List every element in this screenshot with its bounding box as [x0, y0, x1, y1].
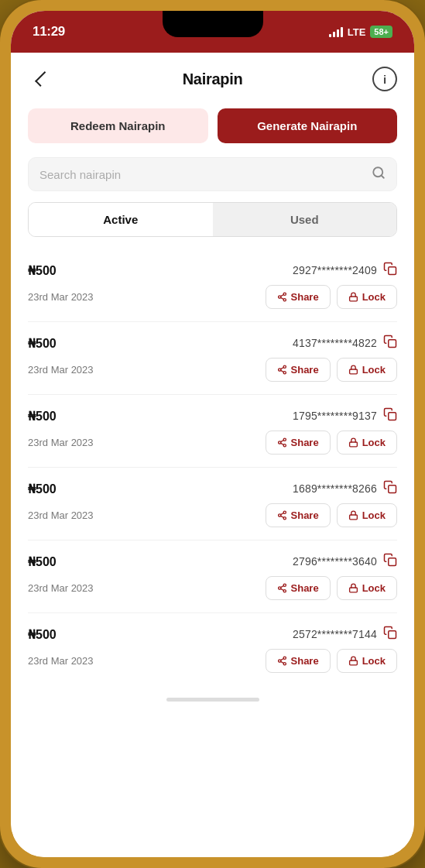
redeem-nairapin-button[interactable]: Redeem Nairapin — [28, 108, 208, 143]
nairapin-actions-2: Share Lock — [266, 431, 397, 455]
search-container — [11, 154, 414, 202]
svg-line-27 — [280, 516, 283, 517]
header: Nairapin i — [11, 53, 414, 102]
svg-line-34 — [280, 588, 283, 590]
generate-nairapin-button[interactable]: Generate Nairapin — [218, 108, 398, 143]
copy-icon-3[interactable] — [383, 480, 397, 497]
nairapin-list-item: ₦500 1795********9137 23rd Mar 2023 — [28, 395, 397, 468]
nairapin-list-item: ₦500 1689********8266 23rd Mar 2023 — [28, 468, 397, 540]
copy-icon-0[interactable] — [383, 262, 397, 279]
svg-rect-36 — [349, 588, 357, 592]
tab-active[interactable]: Active — [29, 203, 213, 236]
svg-line-14 — [280, 368, 283, 369]
nairapin-date-1: 23rd Mar 2023 — [28, 364, 94, 376]
copy-icon-5[interactable] — [383, 626, 397, 643]
nairapin-list: ₦500 2927********2409 23rd Mar 2023 — [11, 243, 414, 691]
lock-label-4: Lock — [362, 582, 386, 594]
svg-line-42 — [280, 659, 283, 660]
svg-line-6 — [280, 297, 283, 299]
nairapin-row-top-5: ₦500 2572********7144 — [28, 626, 397, 643]
nairapin-date-4: 23rd Mar 2023 — [28, 582, 94, 594]
battery-indicator: 58+ — [370, 26, 392, 38]
lock-button-1[interactable]: Lock — [337, 358, 397, 382]
lock-label-0: Lock — [362, 291, 386, 303]
home-indicator — [166, 698, 259, 702]
share-label-4: Share — [291, 582, 319, 594]
svg-line-1 — [381, 175, 383, 177]
info-button[interactable]: i — [372, 67, 397, 91]
share-label-5: Share — [291, 655, 319, 667]
nairapin-row-bottom-2: 23rd Mar 2023 Share Lo — [28, 431, 397, 455]
tab-used[interactable]: Used — [213, 203, 397, 236]
nairapin-row-top-2: ₦500 1795********9137 — [28, 407, 397, 424]
lock-button-4[interactable]: Lock — [337, 576, 397, 600]
nairapin-list-item: ₦500 2927********2409 23rd Mar 2023 — [28, 249, 397, 322]
search-box — [28, 157, 397, 191]
nairapin-actions-3: Share Lock — [266, 503, 397, 527]
notch — [163, 11, 263, 37]
nairapin-list-item: ₦500 4137********4822 23rd Mar 2023 — [28, 322, 397, 395]
nairapin-code-0: 2927********2409 — [293, 264, 377, 276]
svg-rect-16 — [389, 413, 396, 420]
nairapin-date-2: 23rd Mar 2023 — [28, 437, 94, 448]
svg-rect-8 — [349, 297, 357, 301]
svg-rect-22 — [349, 442, 357, 447]
nairapin-actions-5: Share Lock — [266, 649, 397, 673]
nairapin-actions-1: Share Lock — [266, 358, 397, 382]
share-button-5[interactable]: Share — [266, 649, 331, 673]
nairapin-code-5: 2572********7144 — [293, 628, 377, 640]
nairapin-row-top-4: ₦500 2796********3640 — [28, 553, 397, 570]
status-bar: 11:29 LTE 58+ — [11, 11, 414, 53]
copy-icon-1[interactable] — [383, 335, 397, 352]
lock-button-5[interactable]: Lock — [337, 649, 397, 673]
svg-line-35 — [280, 586, 283, 588]
nairapin-code-4: 2796********3640 — [293, 555, 377, 568]
tabs-container: Active Used — [11, 202, 414, 243]
nairapin-amount-3: ₦500 — [28, 482, 57, 496]
nairapin-list-item: ₦500 2796********3640 23rd Mar 2023 — [28, 540, 397, 613]
share-button-2[interactable]: Share — [266, 431, 331, 455]
search-icon — [372, 166, 386, 183]
svg-line-13 — [280, 370, 283, 372]
back-button[interactable] — [28, 67, 53, 91]
nairapin-amount-1: ₦500 — [28, 336, 57, 351]
share-button-3[interactable]: Share — [266, 503, 331, 527]
back-chevron-icon — [35, 71, 50, 87]
share-label-1: Share — [291, 364, 319, 376]
svg-line-21 — [280, 441, 283, 442]
nairapin-code-row-4: 2796********3640 — [293, 553, 397, 570]
share-button-1[interactable]: Share — [266, 358, 331, 382]
copy-icon-4[interactable] — [383, 553, 397, 570]
lte-label: LTE — [348, 26, 366, 38]
copy-icon-2[interactable] — [383, 407, 397, 424]
nairapin-code-row-5: 2572********7144 — [293, 626, 397, 643]
page-title: Nairapin — [183, 70, 243, 88]
svg-rect-37 — [389, 631, 396, 639]
share-label-0: Share — [291, 291, 319, 303]
nairapin-row-bottom-4: 23rd Mar 2023 Share Lo — [28, 576, 397, 600]
nairapin-code-2: 1795********9137 — [293, 410, 377, 422]
status-time: 11:29 — [33, 24, 65, 39]
nairapin-code-row-1: 4137********4822 — [293, 335, 397, 352]
nairapin-amount-4: ₦500 — [28, 554, 57, 569]
svg-rect-30 — [389, 558, 396, 566]
share-label-3: Share — [291, 509, 319, 521]
nairapin-row-top-1: ₦500 4137********4822 — [28, 335, 397, 352]
svg-rect-9 — [389, 340, 396, 348]
search-input[interactable] — [39, 168, 364, 181]
svg-line-28 — [280, 513, 283, 515]
nairapin-code-row-0: 2927********2409 — [293, 262, 397, 279]
share-button-4[interactable]: Share — [266, 576, 331, 600]
svg-line-41 — [280, 661, 283, 663]
nairapin-code-1: 4137********4822 — [293, 337, 377, 349]
nairapin-date-0: 23rd Mar 2023 — [28, 291, 94, 303]
lock-label-1: Lock — [362, 364, 386, 376]
svg-rect-29 — [349, 515, 357, 520]
signal-bars-icon — [329, 26, 343, 37]
action-buttons-row: Redeem Nairapin Generate Nairapin — [11, 102, 414, 154]
lock-button-2[interactable]: Lock — [337, 431, 397, 455]
lock-button-0[interactable]: Lock — [337, 285, 397, 309]
lock-button-3[interactable]: Lock — [337, 503, 397, 527]
share-button-0[interactable]: Share — [266, 285, 331, 309]
nairapin-row-bottom-3: 23rd Mar 2023 Share Lo — [28, 503, 397, 527]
